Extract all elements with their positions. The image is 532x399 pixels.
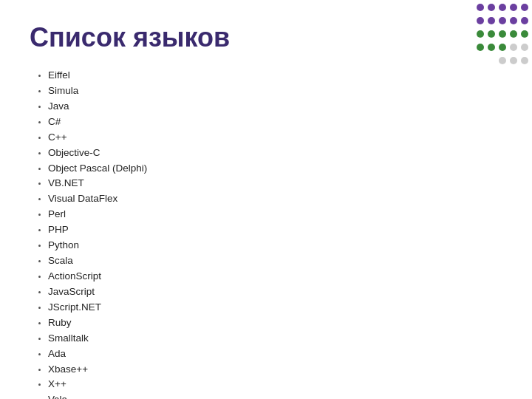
page-title: Список языков <box>30 22 502 53</box>
svg-point-22 <box>521 57 528 64</box>
list-item: Ada <box>48 347 502 362</box>
page-content: Список языков EiffelSimulaJavaC#C++Objec… <box>0 0 532 399</box>
svg-point-17 <box>499 44 506 51</box>
svg-point-16 <box>488 44 495 51</box>
list-item: Python <box>48 238 502 253</box>
list-item: Java <box>48 99 502 115</box>
svg-point-21 <box>510 57 517 64</box>
list-item: Xbase++ <box>48 362 502 378</box>
list-item: Vala <box>48 392 502 399</box>
list-item: C# <box>48 115 502 130</box>
list-item: Perl <box>48 207 502 222</box>
list-item: JavaScript <box>48 284 502 300</box>
list-item: X++ <box>48 377 502 392</box>
list-item: JScript.NET <box>48 300 502 316</box>
svg-point-0 <box>477 4 484 11</box>
list-item: PHP <box>48 222 502 238</box>
svg-point-18 <box>510 44 517 51</box>
list-item: C++ <box>48 130 502 146</box>
svg-point-20 <box>499 57 506 64</box>
svg-point-3 <box>510 4 517 11</box>
svg-point-9 <box>521 17 528 24</box>
svg-point-4 <box>521 4 528 11</box>
svg-point-12 <box>499 30 506 38</box>
list-item: Scala <box>48 253 502 269</box>
list-item: ActionScript <box>48 269 502 284</box>
svg-point-15 <box>477 44 484 51</box>
language-list: EiffelSimulaJavaC#C++Objective-CObject P… <box>30 68 502 399</box>
svg-point-2 <box>499 4 506 11</box>
list-item: Smalltalk <box>48 331 502 347</box>
list-item: Objective-C <box>48 146 502 161</box>
svg-point-14 <box>521 30 528 38</box>
svg-point-5 <box>477 17 484 24</box>
list-item: Eiffel <box>48 68 502 83</box>
list-item: Ruby <box>48 316 502 331</box>
list-item: Visual DataFlex <box>48 191 502 207</box>
svg-point-1 <box>488 4 495 11</box>
svg-point-10 <box>477 30 484 38</box>
svg-point-13 <box>510 30 517 38</box>
list-item: Object Pascal (Delphi) <box>48 161 502 177</box>
dots-decoration <box>466 0 532 81</box>
svg-point-8 <box>510 17 517 24</box>
list-item: Simula <box>48 83 502 99</box>
list-item: VB.NET <box>48 176 502 191</box>
svg-point-11 <box>488 30 495 38</box>
svg-point-6 <box>488 17 495 24</box>
svg-point-19 <box>521 44 528 51</box>
svg-point-7 <box>499 17 506 24</box>
